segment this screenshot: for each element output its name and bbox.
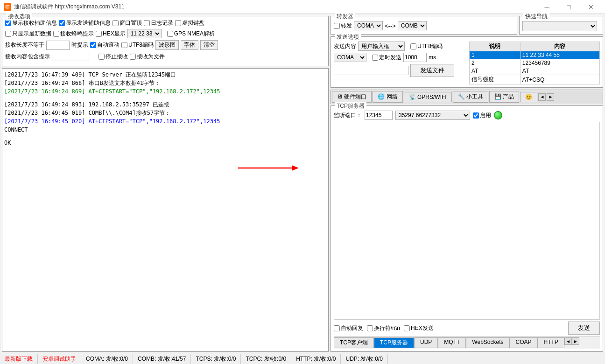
scroll-left-button[interactable]: ◄: [538, 93, 546, 101]
toolbar-tab-产品[interactable]: 💾 产品: [489, 91, 519, 103]
log-line: [4, 96, 326, 100]
status-android[interactable]: 安卓调试助手: [38, 354, 81, 364]
bottom-tab-WebSockets[interactable]: WebSockets: [466, 337, 509, 348]
port-label: 监听端口：: [334, 112, 362, 119]
cb-auto-scroll[interactable]: 自动滚动: [90, 41, 120, 49]
scroll-right-button[interactable]: ►: [547, 93, 554, 101]
cb-timer-send-input[interactable]: [372, 55, 378, 61]
cb-newline-input[interactable]: [367, 325, 373, 331]
table-row[interactable]: 信号强度AT+CSQ: [470, 75, 600, 84]
font-button[interactable]: 字体: [181, 40, 198, 50]
cb-utf8-input[interactable]: [121, 42, 127, 48]
status-tcpc: TCPC: 发/收:0/0: [241, 354, 291, 364]
minimize-button[interactable]: ─: [536, 0, 557, 14]
cb-recv-file-input[interactable]: [130, 54, 136, 60]
cb-stop-recv[interactable]: 停止接收: [98, 53, 128, 61]
maximize-button[interactable]: □: [558, 0, 579, 14]
send-file-button[interactable]: 发送文件: [410, 64, 454, 77]
tcp-send-button[interactable]: 发送: [568, 322, 600, 335]
table-row[interactable]: 2123456789: [470, 59, 600, 67]
tcp-server-content[interactable]: [334, 122, 600, 320]
toolbar-tab-网络[interactable]: 🌐 网络: [373, 91, 402, 103]
android-link[interactable]: 安卓调试助手: [42, 355, 76, 363]
send-content-input[interactable]: [334, 66, 408, 75]
bottom-tab-UDP[interactable]: UDP: [414, 337, 438, 348]
download-link[interactable]: 最新版下载: [5, 355, 33, 363]
bottom-tab-COAP[interactable]: COAP: [510, 337, 538, 348]
cb-send-utf8-input[interactable]: [410, 43, 416, 49]
cb-beep[interactable]: 接收蜂鸣提示: [53, 30, 94, 38]
quick-nav-title: 快速导航: [523, 13, 549, 21]
cb-log[interactable]: 日志记录: [144, 19, 173, 27]
bottom-tab-MQTT[interactable]: MQTT: [438, 337, 466, 348]
cb-topmost[interactable]: 窗口置顶: [113, 19, 142, 27]
cb-recv-file[interactable]: 接收为文件: [130, 53, 165, 61]
cb-send-utf8[interactable]: UTF8编码: [410, 42, 443, 50]
clear-button[interactable]: 清空: [200, 40, 218, 50]
cb-auto-reply-input[interactable]: [334, 325, 340, 331]
close-button[interactable]: ✕: [580, 0, 601, 14]
cb-utf8[interactable]: UTF8编码: [121, 41, 154, 49]
cb-vkb[interactable]: 虚拟键盘: [175, 19, 204, 27]
cb-vkb-input[interactable]: [175, 20, 181, 26]
cb-enable[interactable]: 启用: [473, 112, 491, 119]
toolbar-tab-😊[interactable]: 😊: [520, 92, 537, 102]
toolbar-tab-GPRS/WIFI[interactable]: 📡 GPRS/WIFI: [404, 92, 452, 102]
hex-select[interactable]: 11 22 33: [127, 29, 162, 38]
cb-send-assist-label: 显示发送辅助信息: [66, 19, 111, 27]
cb-timer-send[interactable]: 定时发送: [372, 54, 401, 62]
app-title: 通信猫调试软件 http://tongxinmao.com V311: [14, 3, 536, 11]
table-row[interactable]: ATAT: [470, 67, 600, 75]
cb-latest[interactable]: 只显示最新数据: [5, 30, 51, 38]
recv-length-input[interactable]: [46, 41, 70, 50]
cb-enable-input[interactable]: [473, 112, 479, 119]
forwarder-box: 转发器 转发 COMA <--> COMB: [331, 16, 517, 35]
cb-auto-reply[interactable]: 自动回复: [334, 324, 363, 332]
recv-row-1: 显示接收辅助信息 显示发送辅助信息 窗口置顶 日志记录 虚拟键盘: [5, 19, 325, 27]
cb-stop-recv-input[interactable]: [98, 54, 105, 60]
forward-porta-select[interactable]: COMA: [354, 21, 383, 30]
bottom-tab-TCP客户端[interactable]: TCP客户端: [334, 337, 374, 348]
connections-select[interactable]: 35297 66277332: [395, 111, 470, 120]
cb-send-assist-input[interactable]: [59, 20, 65, 26]
send-left: 发送内容 用户输入框 UTF8编码 COMA: [334, 42, 465, 84]
cb-hex-send-input[interactable]: [404, 325, 410, 331]
right-panel: 转发器 转发 COMA <--> COMB 快速导航: [331, 16, 603, 352]
recv-content-input[interactable]: [52, 52, 89, 61]
wave-button[interactable]: 波形图: [155, 40, 179, 50]
status-download[interactable]: 最新版下载: [0, 354, 38, 364]
cb-hex[interactable]: HEX显示: [96, 30, 126, 38]
bottom-scroll-left[interactable]: ◄: [564, 337, 572, 345]
bottom-tab-TCP服务器[interactable]: TCP服务器: [374, 337, 414, 348]
send-type-select[interactable]: 用户输入框: [358, 42, 405, 51]
cb-gps-input[interactable]: [167, 31, 173, 37]
log-line: [2021/7/23 16:49:45 020] AT+CIPSTART="TC…: [4, 117, 326, 126]
forward-portb-select[interactable]: COMB: [398, 21, 427, 30]
cb-beep-input[interactable]: [53, 31, 59, 37]
bottom-tab-HTTP[interactable]: HTTP: [538, 337, 564, 348]
toolbar-tab-硬件端口[interactable]: 🖥 硬件端口: [332, 91, 372, 103]
cb-hex-input[interactable]: [96, 31, 102, 37]
cb-topmost-input[interactable]: [113, 20, 119, 26]
cb-newline[interactable]: 换行符\n\n: [367, 324, 400, 332]
cb-log-input[interactable]: [144, 20, 150, 26]
table-row[interactable]: 111 22 33 44 55: [470, 51, 600, 59]
cb-gps[interactable]: GPS NMEA解析: [167, 30, 215, 38]
toolbar-tab-小工具[interactable]: 🔧 小工具: [453, 91, 488, 103]
cb-latest-label: 只显示最新数据: [12, 30, 51, 38]
cb-auto-scroll-input[interactable]: [90, 42, 96, 48]
cb-latest-input[interactable]: [5, 31, 11, 37]
timer-val-input[interactable]: [403, 53, 427, 62]
recv-length-label: 接收长度不等于: [5, 41, 44, 49]
cb-recv-assist-input[interactable]: [5, 20, 11, 26]
cb-forward[interactable]: 转发: [334, 22, 352, 30]
cb-hex-send[interactable]: HEX发送: [404, 324, 434, 332]
bottom-scroll-right[interactable]: ►: [572, 337, 579, 345]
cb-send-assist[interactable]: 显示发送辅助信息: [59, 19, 111, 27]
send-port-select[interactable]: COMA: [334, 53, 366, 62]
cb-forward-input[interactable]: [334, 23, 340, 29]
forward-arrow: <-->: [385, 22, 396, 29]
send-row-1: 发送内容 用户输入框 UTF8编码: [334, 42, 465, 51]
port-input[interactable]: [365, 111, 393, 120]
quick-nav-select[interactable]: [522, 21, 597, 31]
